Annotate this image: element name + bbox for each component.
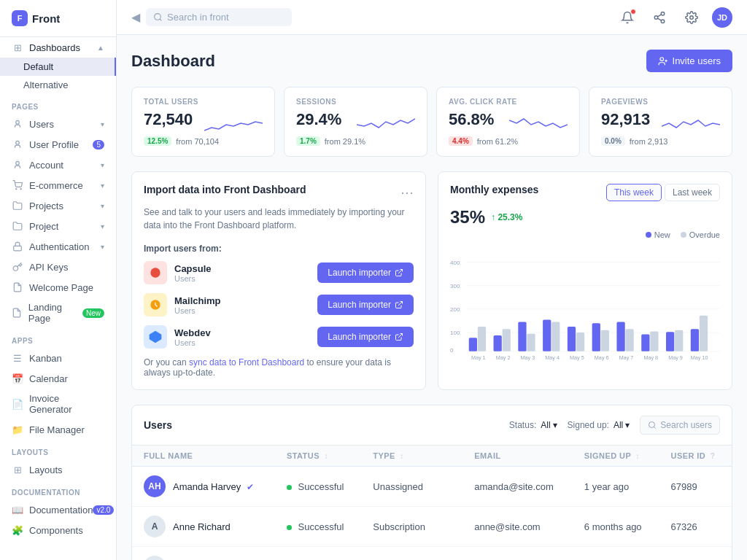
settings-button[interactable]	[680, 6, 703, 29]
svg-rect-42	[592, 323, 600, 351]
svg-text:200: 200	[450, 306, 460, 313]
expenses-percentage: 35% ↑ 25.3%	[450, 207, 720, 228]
import-row-mailchimp: Mailchimp Users Launch importer	[144, 293, 414, 316]
users-title: Users	[144, 419, 172, 431]
svg-point-0	[16, 120, 20, 124]
dashboard-icon: ⊞	[12, 42, 23, 53]
svg-text:May 3: May 3	[521, 354, 535, 361]
calendar-icon: 📅	[12, 373, 23, 384]
sidebar-item-dashboards[interactable]: ⊞ Dashboards ▲	[0, 37, 116, 58]
sort-icon: ↕	[636, 452, 640, 460]
sidebar-item-users[interactable]: Users ▾	[0, 114, 116, 134]
stat-badge: 12.5%	[144, 136, 171, 146]
sidebar-item-invoice[interactable]: 📄 Invoice Generator	[0, 389, 116, 419]
sidebar-item-ecommerce[interactable]: E-commerce ▾	[0, 175, 116, 195]
sidebar-item-project[interactable]: Project ▾	[0, 216, 116, 236]
project-icon	[12, 220, 23, 232]
mailchimp-icon	[144, 293, 167, 316]
col-user-id[interactable]: USER ID ?	[659, 446, 732, 467]
sync-link[interactable]: sync data to Front Dashboard	[189, 357, 304, 368]
col-status[interactable]: STATUS ↕	[275, 446, 361, 467]
svg-text:May 2: May 2	[496, 354, 511, 361]
col-type[interactable]: TYPE ↕	[361, 446, 462, 467]
sidebar: F Front ⊞ Dashboards ▲ Default Alternati…	[0, 0, 117, 560]
sort-icon: ↕	[400, 452, 403, 460]
sidebar-item-file-manager[interactable]: 📁 File Manager	[0, 419, 116, 440]
kanban-icon: ☰	[12, 352, 23, 364]
chevron-down-icon: ▾	[625, 420, 630, 430]
logo[interactable]: F Front	[0, 0, 116, 37]
svg-rect-32	[469, 338, 477, 351]
search-users-input[interactable]: Search users	[640, 416, 720, 435]
verified-icon: ✔	[247, 482, 254, 492]
stat-badge: 1.7%	[296, 136, 320, 146]
external-link-icon	[395, 300, 403, 309]
sidebar-item-docs[interactable]: 📖 Documentation v2.0	[0, 499, 116, 520]
more-options-button[interactable]: ⋯	[400, 184, 414, 201]
launch-mailchimp-button[interactable]: Launch importer	[317, 295, 414, 315]
signed-up-filter[interactable]: All ▾	[614, 420, 630, 430]
search-users-icon	[648, 421, 657, 429]
sort-icon: ↕	[324, 452, 328, 460]
notifications-button[interactable]	[616, 6, 639, 29]
mini-chart-pageviews	[662, 110, 720, 136]
launch-capsule-button[interactable]: Launch importer	[317, 262, 414, 283]
stat-card-total-users: TOTAL USERS 72,540 12.5% from 70,104	[131, 87, 275, 157]
sidebar-item-projects[interactable]: Projects ▾	[0, 195, 116, 216]
expenses-card: Monthly expenses This week Last week 35%…	[438, 171, 732, 390]
sidebar-item-kanban[interactable]: ☰ Kanban	[0, 348, 116, 368]
sidebar-item-welcome[interactable]: Welcome Page	[0, 277, 116, 298]
svg-text:May 5: May 5	[570, 354, 584, 361]
mini-chart-click	[509, 110, 568, 136]
two-col-section: Import data into Front Dashboard ⋯ See a…	[131, 171, 732, 390]
sidebar-item-api-keys[interactable]: API Keys	[0, 257, 116, 277]
user-profile-badge: 5	[93, 140, 104, 149]
sidebar-item-calendar[interactable]: 📅 Calendar	[0, 368, 116, 389]
invite-users-button[interactable]: Invite users	[646, 50, 732, 72]
users-table: FULL NAME STATUS ↕ TYPE ↕ EMAIL	[132, 446, 732, 560]
content-area: Dashboard Invite users TOTAL USERS 72,54…	[117, 35, 747, 560]
mini-chart-users	[204, 110, 263, 136]
status-filter[interactable]: All ▾	[541, 420, 557, 430]
svg-point-3	[16, 189, 17, 190]
sidebar-item-components[interactable]: 🧩 Components	[0, 520, 116, 540]
sidebar-sub-alternative[interactable]: Alternative	[0, 76, 116, 94]
chevron-icon-account: ▾	[101, 161, 104, 169]
users-section: Users Status: All ▾ Signed up: All ▾	[131, 405, 732, 560]
user-cell: AH Amanda Harvey ✔	[144, 475, 263, 497]
collapse-sidebar-button[interactable]: ◀	[131, 10, 140, 24]
svg-rect-39	[551, 322, 560, 351]
sidebar-item-account[interactable]: Account ▾	[0, 155, 116, 175]
sidebar-item-landing[interactable]: Landing Page New	[0, 298, 116, 328]
sidebar-sub-default[interactable]: Default	[0, 58, 116, 76]
chevron-up-icon: ▲	[97, 44, 104, 52]
import-row-capsule: Capsule Users Launch importer	[144, 261, 414, 284]
sidebar-item-authentication[interactable]: Authentication ▾	[0, 236, 116, 257]
col-full-name[interactable]: FULL NAME	[132, 446, 275, 467]
chevron-icon-ecommerce: ▾	[101, 182, 104, 190]
col-email[interactable]: EMAIL	[462, 446, 573, 467]
this-week-tab[interactable]: This week	[606, 184, 662, 201]
sidebar-item-user-profile[interactable]: User Profile 5	[0, 134, 116, 155]
avatar[interactable]: JD	[712, 7, 732, 28]
sidebar-item-layouts[interactable]: ⊞ Layouts	[0, 459, 116, 480]
topbar: ◀ Search in front JD	[117, 0, 747, 35]
status-dot	[287, 485, 292, 490]
user-profile-icon	[12, 139, 23, 150]
last-week-tab[interactable]: Last week	[665, 184, 720, 201]
docs-badge: v2.0	[93, 505, 114, 515]
svg-point-2	[16, 161, 20, 165]
stat-badge: 4.4%	[449, 136, 473, 146]
search-placeholder: Search in front	[167, 12, 229, 23]
search-box[interactable]: Search in front	[146, 8, 292, 26]
share-button[interactable]	[648, 6, 671, 29]
table-row: AH Amanda Harvey ✔ Successful Unass	[132, 467, 732, 507]
topbar-right: JD	[616, 6, 732, 29]
svg-line-11	[657, 14, 661, 16]
col-signed-up[interactable]: SIGNED UP ↕	[573, 446, 659, 467]
svg-rect-50	[691, 329, 699, 351]
chevron-down-icon: ▾	[553, 420, 557, 430]
svg-rect-49	[675, 330, 683, 351]
svg-text:400: 400	[450, 260, 460, 266]
launch-webdev-button[interactable]: Launch importer	[317, 327, 414, 347]
